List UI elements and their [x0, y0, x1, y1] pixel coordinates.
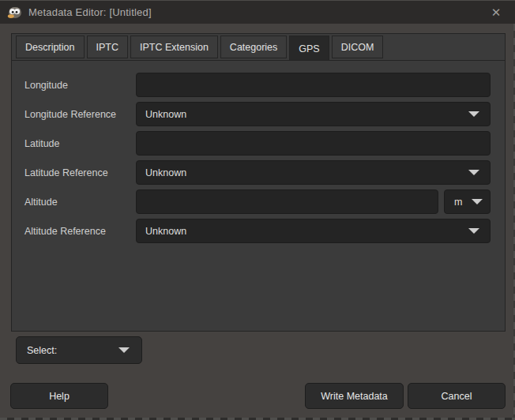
altitude-reference-select[interactable]: Unknown [136, 219, 491, 243]
chevron-down-icon [468, 111, 479, 117]
altitude-reference-label: Altitude Reference [24, 219, 106, 243]
metadata-editor-dialog: Metadata Editor: [Untitled] ✕ Descriptio… [0, 0, 515, 420]
chevron-down-icon [472, 199, 483, 204]
chevron-down-icon [468, 228, 479, 234]
form-row: Altitude m [12, 189, 505, 214]
latitude-reference-label: Latitude Reference [24, 160, 108, 185]
altitude-unit-value: m [445, 197, 462, 208]
longitude-label: Longitude [24, 73, 68, 97]
altitude-field-frame [136, 189, 438, 214]
latitude-reference-value: Unknown [137, 167, 468, 178]
longitude-reference-value: Unknown [137, 109, 468, 120]
select-menu-button[interactable]: Select: [16, 336, 142, 364]
select-menu-label: Select: [17, 345, 57, 356]
latitude-input[interactable] [137, 132, 490, 155]
tab-description[interactable]: Description [16, 36, 85, 58]
tab-bar: Description IPTC IPTC Extension Categori… [11, 33, 506, 60]
cancel-button[interactable]: Cancel [408, 383, 506, 409]
tab-categories[interactable]: Categories [220, 36, 287, 58]
chevron-down-icon [118, 347, 130, 353]
titlebar[interactable]: Metadata Editor: [Untitled] ✕ [0, 0, 515, 24]
window-title: Metadata Editor: [Untitled] [28, 6, 152, 18]
gimp-wilber-icon [7, 6, 21, 20]
form-row: Longitude [12, 73, 505, 97]
tab-gps[interactable]: GPS [289, 36, 329, 61]
write-metadata-button[interactable]: Write Metadata [305, 383, 404, 409]
form-row: Longitude Reference Unknown [12, 102, 505, 126]
latitude-label: Latitude [24, 131, 59, 156]
longitude-reference-label: Longitude Reference [24, 102, 116, 126]
form-row: Altitude Reference Unknown [12, 219, 505, 243]
tab-iptc-extension[interactable]: IPTC Extension [130, 36, 218, 58]
altitude-reference-value: Unknown [137, 226, 468, 237]
longitude-reference-select[interactable]: Unknown [136, 102, 491, 126]
longitude-field-frame [136, 73, 491, 97]
tab-dicom[interactable]: DICOM [332, 36, 384, 58]
latitude-reference-select[interactable]: Unknown [136, 160, 491, 185]
latitude-field-frame [136, 131, 491, 156]
form-row: Latitude Reference Unknown [12, 160, 505, 185]
form-row: Latitude [12, 131, 505, 156]
altitude-unit-select[interactable]: m [444, 189, 491, 214]
altitude-input[interactable] [137, 190, 438, 213]
gps-tab-panel: Longitude Longitude Reference Unknown La… [11, 60, 506, 332]
longitude-input[interactable] [137, 73, 490, 96]
help-button[interactable]: Help [10, 383, 108, 409]
altitude-label: Altitude [24, 189, 58, 214]
chevron-down-icon [468, 170, 479, 175]
close-icon[interactable]: ✕ [485, 1, 507, 24]
tab-iptc[interactable]: IPTC [87, 36, 128, 58]
